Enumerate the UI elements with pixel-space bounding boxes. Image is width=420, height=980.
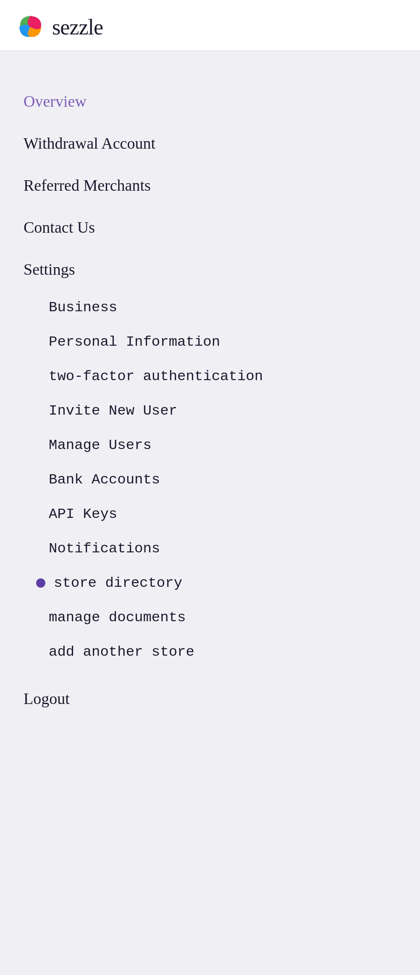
- nav-sub-item-notifications[interactable]: Notifications: [15, 531, 405, 566]
- nav-sub-item-bank-accounts[interactable]: Bank Accounts: [15, 462, 405, 497]
- nav-sub-item-manage-users-label: Manage Users: [49, 437, 152, 453]
- nav-item-contact-us-label: Contact Us: [24, 218, 95, 236]
- nav-item-withdrawal-account-label: Withdrawal Account: [24, 134, 155, 152]
- nav-sub-item-two-factor-label: two-factor authentication: [49, 368, 263, 384]
- nav-sub-item-personal-information-label: Personal Information: [49, 334, 220, 350]
- nav-sub-item-business-label: Business: [49, 300, 117, 315]
- nav-sub-item-manage-documents[interactable]: manage documents: [15, 600, 405, 635]
- nav-item-referred-merchants-label: Referred Merchants: [24, 176, 151, 194]
- nav-sub-item-manage-documents-label: manage documents: [49, 610, 186, 625]
- header: sezzle: [0, 0, 420, 51]
- nav-item-referred-merchants[interactable]: Referred Merchants: [15, 164, 405, 206]
- nav-item-settings[interactable]: Settings: [15, 248, 405, 290]
- nav-menu: Overview Withdrawal Account Referred Mer…: [15, 72, 405, 728]
- nav-item-logout-label: Logout: [24, 689, 70, 708]
- nav-sub-item-api-keys-label: API Keys: [49, 506, 117, 522]
- nav-sub-item-store-directory-label: store directory: [54, 575, 182, 591]
- sezzle-logo-icon: [15, 12, 45, 42]
- nav-sub-item-store-directory[interactable]: store directory: [15, 566, 405, 600]
- main-content: Overview Withdrawal Account Referred Mer…: [0, 51, 420, 975]
- nav-sub-item-add-another-store-label: add another store: [49, 644, 194, 660]
- nav-sub-item-two-factor[interactable]: two-factor authentication: [15, 359, 405, 394]
- logo-text: sezzle: [52, 15, 103, 39]
- nav-sub-item-personal-information[interactable]: Personal Information: [15, 325, 405, 359]
- nav-sub-item-add-another-store[interactable]: add another store: [15, 635, 405, 669]
- nav-item-withdrawal-account[interactable]: Withdrawal Account: [15, 122, 405, 164]
- logo-container: sezzle: [15, 12, 103, 42]
- nav-item-logout[interactable]: Logout: [15, 678, 405, 720]
- nav-sub-item-manage-users[interactable]: Manage Users: [15, 428, 405, 462]
- nav-sub-item-invite-new-user-label: Invite New User: [49, 403, 177, 419]
- nav-sub-item-bank-accounts-label: Bank Accounts: [49, 472, 160, 488]
- nav-item-contact-us[interactable]: Contact Us: [15, 206, 405, 248]
- nav-item-settings-label: Settings: [24, 260, 75, 278]
- nav-sub-item-notifications-label: Notifications: [49, 541, 160, 557]
- nav-item-overview-label: Overview: [24, 92, 87, 110]
- nav-sub-item-invite-new-user[interactable]: Invite New User: [15, 394, 405, 428]
- store-directory-dot-icon: [36, 578, 45, 588]
- nav-item-overview[interactable]: Overview: [15, 80, 405, 122]
- nav-sub-item-api-keys[interactable]: API Keys: [15, 497, 405, 531]
- nav-sub-item-business[interactable]: Business: [15, 290, 405, 325]
